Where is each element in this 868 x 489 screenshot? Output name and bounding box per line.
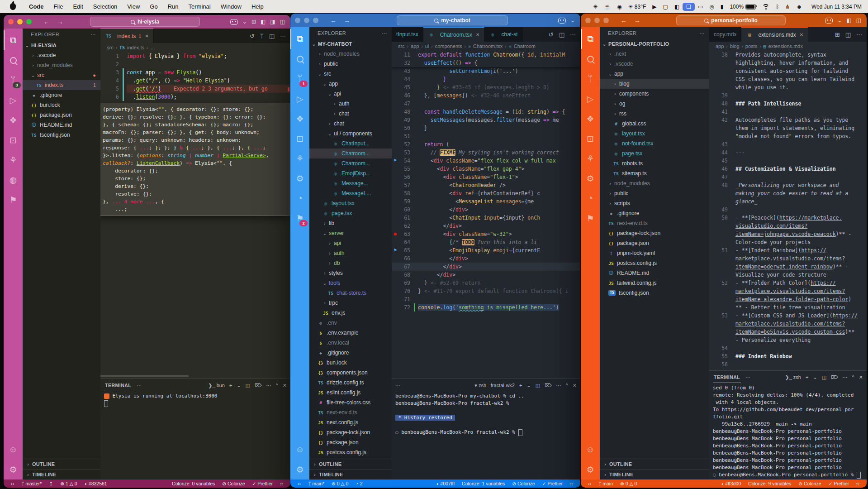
window-tiling-icon[interactable]: ◧ (671, 3, 683, 10)
peacock-color[interactable]: ◗ #ff3d00 (718, 481, 744, 486)
tree-item-chatroom[interactable]: ⚛Chatroom... (309, 149, 392, 158)
remote-icon[interactable]: ›‹ (295, 481, 304, 486)
layout-customize-icon[interactable]: ⊞ (251, 19, 256, 25)
terminal-control-icon[interactable]: ✕ (283, 383, 287, 388)
tree-item-messagel[interactable]: ⚛MessageL... (309, 188, 392, 198)
notifications-bell-icon[interactable]: ⍾ (854, 481, 862, 487)
settings-gear-icon[interactable]: ⚙ (290, 460, 309, 479)
layout-panel-icon[interactable]: ◨ (270, 19, 275, 25)
run-debug-icon[interactable]: ▷ (4, 90, 23, 110)
explorer-root-folder[interactable]: ⌄HI-ELYSIA (23, 40, 100, 50)
tree-item-index-ts[interactable]: TSindex.ts1 (23, 80, 100, 90)
history-icon[interactable]: ↺ (250, 33, 255, 39)
tree-item-tools[interactable]: ⌄tools (309, 278, 392, 288)
tree-item-ui-components[interactable]: ⌄ui / components (309, 129, 392, 139)
tree-item-vscode[interactable]: ›.vscode (23, 50, 100, 60)
tree-item-app[interactable]: ⌄app (600, 69, 709, 79)
settings-gear-icon[interactable]: ⚙ (4, 460, 23, 479)
tree-item-server[interactable]: ⌄server (309, 228, 392, 238)
terminal-control-icon[interactable]: + (806, 374, 808, 380)
tab-close-icon[interactable]: ✕ (476, 32, 479, 37)
terminal-control-icon[interactable]: + (229, 383, 232, 388)
run-debug-icon[interactable]: ▷ (581, 89, 600, 109)
airplay-icon[interactable]: ◎ (706, 3, 717, 10)
breadcrumb-item[interactable]: src (398, 43, 405, 49)
explorer-root-folder[interactable]: ⌄PERSONAL-PORTFOLIO (600, 39, 709, 49)
phone-mirroring-icon[interactable]: ▮ (717, 3, 727, 10)
panel-more-icon[interactable]: ⋯ (137, 383, 142, 388)
command-center-search[interactable]: my-chatbot (397, 15, 508, 25)
colorize-count[interactable]: Colorize: 9 variables (745, 481, 794, 486)
tree-item-tsconfig-json[interactable]: TStsconfig.json (600, 288, 709, 298)
breadcrumb-item[interactable]: Chatroom (514, 43, 536, 49)
prettier-status[interactable]: ✓ Prettier (825, 481, 852, 486)
tree-item-eslint-config-js[interactable]: JSeslint.config.js (309, 388, 392, 398)
tree-item-layout-tsx[interactable]: ⚛layout.tsx (600, 129, 709, 139)
explorer-icon[interactable]: ⧉ (581, 29, 600, 49)
battery-item[interactable]: 100% (726, 3, 759, 10)
breadcrumb-item[interactable]: app (716, 43, 724, 49)
tree-item-public[interactable]: ›public (309, 59, 392, 69)
panel-more-icon[interactable]: ⋯ (745, 374, 750, 380)
menu-item-edit[interactable]: Edit (68, 3, 88, 10)
tree-item-package-json[interactable]: {}package.json (600, 238, 709, 248)
tree-item-file-tree-colors-css[interactable]: #file-tree-colors.css (309, 398, 392, 408)
tab-close-icon[interactable]: ✕ (145, 34, 148, 38)
tree-item-node-modules[interactable]: ›node_modules (23, 60, 100, 70)
history-icon[interactable]: ↺ (549, 31, 554, 38)
tree-item-bun-lock[interactable]: {}bun.lock (309, 358, 392, 368)
terminal-control-icon[interactable]: ✕ (859, 374, 863, 380)
search-icon[interactable] (4, 50, 23, 70)
tree-item-og[interactable]: ›og (600, 99, 709, 109)
testing-icon[interactable]: ⚘ (290, 149, 309, 168)
account-icon[interactable]: ☺ (581, 440, 600, 460)
terminal-control-icon[interactable]: ⋯ (556, 383, 561, 388)
wifi-icon[interactable] (759, 4, 773, 10)
tree-item-vscode[interactable]: ›.vscode (600, 59, 709, 69)
spiral-icon[interactable]: ◉ (614, 3, 625, 10)
source-control-icon[interactable]: ᛘ1 (290, 69, 309, 89)
explorer-root-folder[interactable]: ⌄MY-CHATBOT (309, 39, 392, 49)
tree-item-postcss-config-js[interactable]: JSpostcss.config.js (309, 447, 392, 457)
terminal-output[interactable]: sed 0 (from 0)remote: Resolving deltas: … (709, 384, 867, 479)
colorize-toggle[interactable]: ⊘ Colorize (509, 481, 537, 486)
terminal-output[interactable]: benbeau@Bens-MacBook-Pro my-chatbot % cd… (392, 392, 580, 479)
tree-item-scripts[interactable]: ›scripts (600, 198, 709, 208)
terminal-shell-label[interactable]: ❯_ zsh (785, 374, 801, 380)
remote-icon[interactable]: ›‹ (585, 481, 594, 486)
colorize-toggle[interactable]: ⊘ Colorize (796, 481, 824, 486)
open-preview-icon[interactable]: ⊞ (835, 31, 840, 38)
back-button[interactable]: ← (621, 17, 627, 24)
layout-sidebar-icon[interactable]: ◧ (261, 19, 266, 25)
tree-item-package-lock-json[interactable]: {}package-lock.json (309, 427, 392, 437)
tree-item-readme-md[interactable]: ⓘREADME.md (23, 120, 100, 130)
forward-button[interactable]: → (57, 18, 63, 25)
search-icon[interactable] (581, 49, 600, 69)
menu-item-go[interactable]: Go (145, 3, 162, 10)
command-center-search[interactable]: hi-elysia (90, 17, 200, 27)
remote-explorer-icon[interactable]: ⊡ (290, 129, 309, 149)
prettier-status[interactable]: ✓ Prettier (539, 481, 565, 486)
tree-item-next[interactable]: ›.next (600, 49, 709, 59)
code-editor[interactable]: 38Provides autocomplete, syntaxhighlight… (709, 51, 867, 370)
terminal-control-icon[interactable]: ⋯ (266, 383, 271, 388)
more-actions-icon[interactable]: ⋯ (570, 31, 576, 38)
tree-item-src[interactable]: ⌄src● (23, 70, 100, 80)
tab-close-icon[interactable]: ✕ (800, 32, 803, 37)
play-circle-icon[interactable]: ▶ (649, 3, 659, 10)
tree-item-emojidisp[interactable]: ⚛EmojiDisp... (309, 168, 392, 178)
publish-icon[interactable]: ↥ (46, 481, 56, 486)
display-icon[interactable]: ▭ (695, 3, 706, 10)
menu-item-window[interactable]: Window (216, 3, 247, 10)
extensions-icon[interactable]: ❖ (290, 109, 309, 129)
tree-item-package-json[interactable]: {}package.json (309, 437, 392, 447)
back-button[interactable]: ← (330, 17, 337, 24)
tree-item-app[interactable]: ⌄app (309, 79, 392, 89)
chevron-down-icon[interactable]: ⌄ (242, 19, 247, 25)
terminal-control-icon[interactable]: ✕ (573, 383, 577, 388)
breadcrumb-item[interactable]: … (150, 45, 155, 50)
layout-split-icon[interactable]: ◫ (280, 19, 285, 25)
colorize-icon[interactable]: ◍ (4, 170, 23, 190)
tree-item-bun-lock[interactable]: {}bun.lock (23, 100, 100, 110)
tree-item-db[interactable]: ›db (309, 258, 392, 268)
